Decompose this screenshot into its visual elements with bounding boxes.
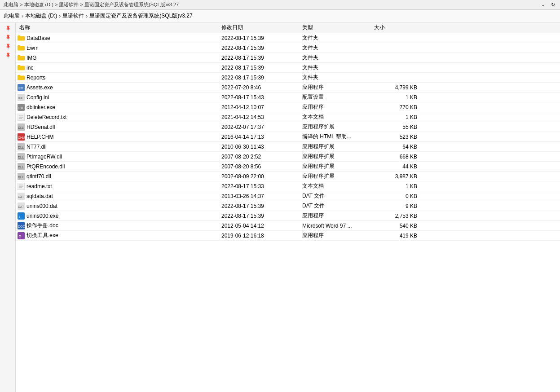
file-name-cell: DOC 操作手册.doc — [18, 222, 220, 229]
file-name: readme.txt — [26, 183, 52, 189]
file-type: 应用程序 — [300, 84, 372, 91]
file-name-cell: EX Assets.exe — [18, 84, 220, 91]
file-explorer-window: 此电脑 > 本地磁盘 (D:) > 里诺软件 > 里诺固定资产及设备管理系统(S… — [0, 0, 560, 392]
table-row[interactable]: DOC 操作手册.doc 2012-05-04 14:12 Microsoft … — [16, 221, 560, 231]
table-row[interactable]: DLL qtintf70.dll 2002-08-09 22:00 应用程序扩展… — [16, 172, 560, 181]
dat-icon: DAT — [18, 203, 25, 210]
file-type: 应用程序扩展 — [300, 123, 372, 131]
file-list-container[interactable]: 名称 修改日期 类型 大小 DataBase 2022-08-17 15:39 … — [16, 22, 560, 392]
table-row[interactable]: ⚙ 切换工具.exe 2019-06-12 16:18 应用程序 419 KB — [16, 231, 560, 241]
file-modified: 2019-06-12 16:18 — [220, 233, 300, 239]
table-row[interactable]: inc 2022-08-17 15:39 文件夹 — [16, 63, 560, 73]
file-name-cell: CHM HELP.CHM — [18, 133, 220, 141]
file-type: 文件夹 — [300, 44, 372, 52]
file-type: 应用程序扩展 — [300, 172, 372, 180]
table-row[interactable]: DLL HDSerial.dll 2002-02-07 17:37 应用程序扩展… — [16, 122, 560, 132]
table-row[interactable]: DLL PtQREncode.dll 2007-08-20 8:56 应用程序扩… — [16, 162, 560, 172]
svg-text:INI: INI — [18, 97, 22, 100]
table-row[interactable]: DAT unins000.dat 2022-08-17 15:39 DAT 文件… — [16, 201, 560, 211]
file-name-cell: DAT unins000.dat — [18, 203, 220, 210]
svg-text:⚙: ⚙ — [18, 234, 22, 238]
file-type: 编译的 HTML 帮助... — [300, 133, 372, 141]
file-modified: 2016-04-14 17:13 — [220, 134, 300, 140]
dll-icon: DLL — [18, 163, 25, 170]
file-modified: 2021-04-12 14:53 — [220, 114, 300, 120]
file-type: 应用程序 — [300, 232, 372, 239]
file-name: inc — [26, 65, 33, 71]
sep-2: › — [86, 13, 88, 19]
file-modified: 2012-05-04 14:12 — [220, 223, 300, 229]
table-row[interactable]: DataBase 2022-08-17 15:39 文件夹 — [16, 33, 560, 43]
breadcrumb-part-2[interactable]: 里诺软件 — [62, 12, 84, 20]
file-name: unins000.dat — [26, 203, 57, 209]
txt-icon — [18, 114, 25, 121]
file-type: DAT 文件 — [300, 192, 372, 200]
file-name: Assets.exe — [26, 84, 53, 91]
table-row[interactable]: readme.txt 2022-08-17 15:33 文本文档 1 KB — [16, 181, 560, 191]
pin-3[interactable]: 📌 — [2, 49, 13, 61]
file-type: 应用程序扩展 — [300, 153, 372, 160]
file-type: 应用程序 — [300, 212, 372, 220]
dll-icon: DLL — [18, 123, 25, 131]
table-row[interactable]: INI Config.ini 2022-08-17 15:43 配置设置 1 K… — [16, 92, 560, 102]
breadcrumb-part-3[interactable]: 里诺固定资产及设备管理系统(SQL版)v3.27 — [89, 12, 192, 20]
file-name: PtQREncode.dll — [26, 163, 65, 170]
col-type[interactable]: 类型 — [300, 24, 372, 31]
table-row[interactable]: Reports 2022-08-17 15:39 文件夹 — [16, 73, 560, 83]
col-name[interactable]: 名称 — [18, 24, 220, 31]
file-name-cell: Ewm — [18, 44, 220, 52]
file-size: 1 KB — [372, 183, 426, 189]
table-row[interactable]: EX Assets.exe 2022-07-20 8:46 应用程序 4,799… — [16, 83, 560, 92]
table-row[interactable]: DLL PtImageRW.dll 2007-08-20 2:52 应用程序扩展… — [16, 152, 560, 162]
folder-icon — [18, 74, 25, 81]
col-size[interactable]: 大小 — [372, 24, 426, 31]
file-name-cell: DLL PtQREncode.dll — [18, 163, 220, 170]
file-modified: 2007-08-20 8:56 — [220, 163, 300, 170]
table-row[interactable]: CHM HELP.CHM 2016-04-14 17:13 编译的 HTML 帮… — [16, 132, 560, 142]
file-modified: 2022-08-17 15:39 — [220, 55, 300, 61]
txt-icon — [18, 183, 25, 190]
file-name: qtintf70.dll — [26, 173, 51, 180]
table-row[interactable]: IMG 2022-08-17 15:39 文件夹 — [16, 53, 560, 63]
table-row[interactable]: DLL NT77.dll 2010-06-30 11:43 应用程序扩展 64 … — [16, 142, 560, 152]
file-size: 668 KB — [372, 154, 426, 160]
file-size: 540 KB — [372, 223, 426, 229]
file-name: Reports — [26, 75, 45, 81]
file-type: Microsoft Word 97 ... — [300, 223, 372, 229]
svg-text:DLL: DLL — [18, 146, 24, 149]
file-modified: 2013-03-26 14:37 — [220, 193, 300, 199]
svg-text:DLL: DLL — [18, 166, 24, 169]
file-modified: 2022-08-17 15:39 — [220, 65, 300, 71]
svg-text:EX: EX — [18, 106, 23, 110]
breadcrumb-part-0[interactable]: 此电脑 — [4, 12, 20, 20]
dropdown-btn[interactable]: ⌄ — [539, 1, 547, 9]
sep-0: › — [22, 13, 23, 19]
left-panel: 📌 📌 📌 📌 — [0, 22, 16, 392]
file-type: 文件夹 — [300, 34, 372, 42]
table-row[interactable]: DeleteRecord.txt 2021-04-12 14:53 文本文档 1… — [16, 112, 560, 122]
titlebar-path: 此电脑 > 本地磁盘 (D:) > 里诺软件 > 里诺固定资产及设备管理系统(S… — [4, 1, 179, 8]
table-row[interactable]: ↓ unins000.exe 2022-08-17 15:39 应用程序 2,7… — [16, 211, 560, 221]
file-modified: 2022-08-17 15:39 — [220, 45, 300, 51]
tool-icon: ⚙ — [18, 232, 25, 239]
table-row[interactable]: DAT sqldata.dat 2013-03-26 14:37 DAT 文件 … — [16, 191, 560, 201]
file-modified: 2022-07-20 8:46 — [220, 84, 300, 91]
file-name-cell: IMG — [18, 54, 220, 62]
table-row[interactable]: Ewm 2022-08-17 15:39 文件夹 — [16, 43, 560, 53]
file-name-cell: inc — [18, 64, 220, 71]
breadcrumb: 此电脑 › 本地磁盘 (D:) › 里诺软件 › 里诺固定资产及设备管理系统(S… — [4, 12, 193, 20]
file-modified: 2012-04-12 10:07 — [220, 104, 300, 110]
col-modified[interactable]: 修改日期 — [220, 24, 300, 31]
refresh-btn[interactable]: ↻ — [549, 1, 556, 9]
titlebar: 此电脑 > 本地磁盘 (D:) > 里诺软件 > 里诺固定资产及设备管理系统(S… — [0, 0, 560, 10]
file-size: 9 KB — [372, 203, 426, 209]
file-name-cell: DLL NT77.dll — [18, 143, 220, 150]
file-modified: 2022-08-17 15:33 — [220, 183, 300, 189]
file-size: 55 KB — [372, 124, 426, 130]
file-modified: 2022-08-17 15:43 — [220, 94, 300, 101]
dll-icon: DLL — [18, 153, 25, 160]
file-name-cell: INI Config.ini — [18, 94, 220, 101]
table-row[interactable]: EX dblinker.exe 2012-04-12 10:07 应用程序 77… — [16, 102, 560, 112]
breadcrumb-part-1[interactable]: 本地磁盘 (D:) — [25, 12, 57, 20]
file-modified: 2007-08-20 2:52 — [220, 154, 300, 160]
